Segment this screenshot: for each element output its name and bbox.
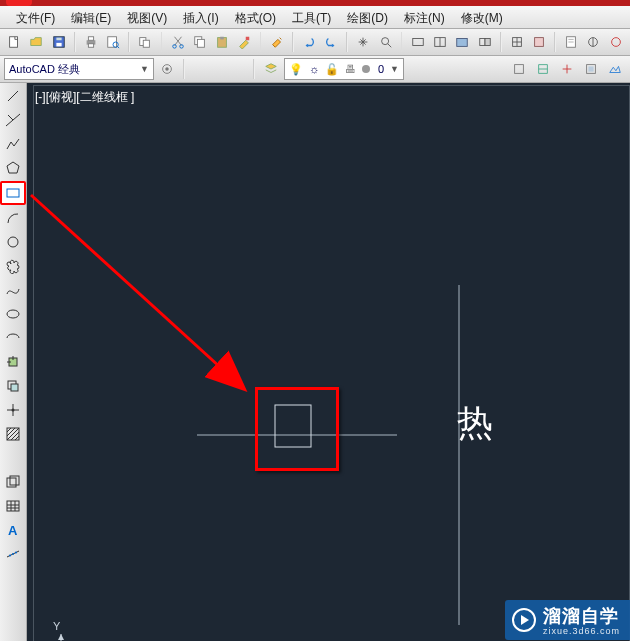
layer-color-swatch (362, 65, 370, 73)
menu-tools[interactable]: 工具(T) (284, 6, 339, 28)
chevron-down-icon: ▼ (390, 64, 399, 74)
watermark-title: 溜溜自学 (543, 604, 620, 628)
draw-toolbar: A (0, 83, 27, 641)
lock-open-icon: 🔓 (325, 63, 339, 76)
circle-tool-icon[interactable] (1, 231, 25, 253)
row-icon-5[interactable] (604, 58, 626, 80)
xline-tool-icon[interactable] (1, 109, 25, 131)
paste-icon[interactable] (212, 31, 232, 53)
ellipse-tool-icon[interactable] (1, 303, 25, 325)
svg-rect-2 (56, 43, 61, 47)
tb-icon-4[interactable] (474, 31, 494, 53)
workspace-combo[interactable]: AutoCAD 经典 ▼ (4, 58, 154, 80)
menu-file[interactable]: 文件(F) (8, 6, 63, 28)
svg-rect-55 (7, 452, 19, 464)
row-icon-2[interactable] (532, 58, 554, 80)
tb-icon-1[interactable] (407, 31, 427, 53)
svg-rect-18 (246, 37, 250, 41)
hatch-tool-icon[interactable] (1, 423, 25, 445)
region-tool-icon[interactable] (1, 471, 25, 493)
make-block-tool-icon[interactable] (1, 375, 25, 397)
svg-point-38 (165, 67, 169, 71)
workspace-gear-icon[interactable] (156, 58, 178, 80)
svg-point-47 (7, 310, 19, 318)
svg-rect-11 (144, 40, 150, 47)
tb-icon-8[interactable] (583, 31, 603, 53)
svg-point-46 (8, 237, 18, 247)
table-tool-icon[interactable] (1, 495, 25, 517)
match-prop-icon[interactable] (234, 31, 254, 53)
crosshair (27, 105, 630, 641)
zoom-icon[interactable] (375, 31, 395, 53)
svg-rect-24 (457, 39, 468, 47)
undo-icon[interactable] (299, 31, 319, 53)
gradient-tool-icon[interactable] (1, 447, 25, 469)
revcloud-tool-icon[interactable] (1, 255, 25, 277)
svg-rect-58 (7, 501, 19, 511)
tb-icon-9[interactable] (606, 31, 626, 53)
open-icon[interactable] (26, 31, 46, 53)
line-tool-icon[interactable] (1, 85, 25, 107)
svg-line-9 (118, 46, 120, 48)
chevron-down-icon: ▼ (140, 64, 149, 74)
rectangle-tool-icon[interactable] (0, 181, 26, 205)
menu-edit[interactable]: 编辑(E) (63, 6, 119, 28)
spline-tool-icon[interactable] (1, 279, 25, 301)
tb-icon-5[interactable] (507, 31, 527, 53)
svg-point-36 (611, 38, 620, 47)
svg-rect-21 (412, 39, 423, 46)
sun-icon: ☼ (309, 63, 319, 75)
svg-rect-30 (535, 38, 544, 47)
pan-icon[interactable] (353, 31, 373, 53)
menu-dim[interactable]: 标注(N) (396, 6, 453, 28)
workspace-toolbar: AutoCAD 经典 ▼ 💡 ☼ 🔓 🖶 0 ▼ (0, 56, 630, 83)
svg-rect-17 (220, 37, 224, 40)
menubar: 文件(F) 编辑(E) 视图(V) 插入(I) 格式(O) 工具(T) 绘图(D… (0, 6, 630, 29)
svg-rect-41 (588, 66, 593, 71)
ucs-icon: Y (53, 620, 89, 641)
svg-rect-57 (10, 476, 19, 485)
tb-icon-6[interactable] (529, 31, 549, 53)
menu-insert[interactable]: 插入(I) (175, 6, 226, 28)
svg-rect-3 (56, 38, 61, 41)
svg-point-63 (15, 552, 17, 554)
menu-modify[interactable]: 修改(M) (453, 6, 511, 28)
pline-tool-icon[interactable] (1, 133, 25, 155)
row-icon-4[interactable] (580, 58, 602, 80)
redo-icon[interactable] (321, 31, 341, 53)
polygon-tool-icon[interactable] (1, 157, 25, 179)
point-tool-icon[interactable] (1, 399, 25, 421)
drawing-area[interactable]: [-][俯视][二维线框 ] 热 Y (27, 83, 630, 641)
cut-icon[interactable] (167, 31, 187, 53)
layer-manager-icon[interactable] (260, 58, 282, 80)
preview-icon[interactable] (103, 31, 123, 53)
menu-view[interactable]: 视图(V) (119, 6, 175, 28)
svg-rect-39 (515, 65, 524, 74)
save-icon[interactable] (49, 31, 69, 53)
svg-rect-45 (7, 189, 19, 197)
layer-name: 0 (378, 63, 384, 75)
svg-text:A: A (8, 523, 18, 538)
text-tool-icon[interactable]: A (1, 519, 25, 541)
svg-rect-0 (10, 37, 18, 48)
row-icon-1[interactable] (508, 58, 530, 80)
tb-icon-7[interactable] (561, 31, 581, 53)
clean-icon[interactable] (266, 31, 286, 53)
row-icon-3[interactable] (556, 58, 578, 80)
svg-rect-6 (88, 44, 93, 48)
print-icon[interactable] (81, 31, 101, 53)
new-icon[interactable] (4, 31, 24, 53)
layer-combo[interactable]: 💡 ☼ 🔓 🖶 0 ▼ (284, 58, 404, 80)
tb-icon-2[interactable] (430, 31, 450, 53)
menu-format[interactable]: 格式(O) (227, 6, 284, 28)
svg-point-62 (12, 553, 14, 555)
ellipse-arc-tool-icon[interactable] (1, 327, 25, 349)
copy-icon[interactable] (190, 31, 210, 53)
arc-tool-icon[interactable] (1, 207, 25, 229)
insert-block-tool-icon[interactable] (1, 351, 25, 373)
publish-icon[interactable] (135, 31, 155, 53)
tb-icon-3[interactable] (452, 31, 472, 53)
menu-draw[interactable]: 绘图(D) (339, 6, 396, 28)
svg-rect-26 (485, 39, 490, 46)
divide-tool-icon[interactable] (1, 543, 25, 565)
